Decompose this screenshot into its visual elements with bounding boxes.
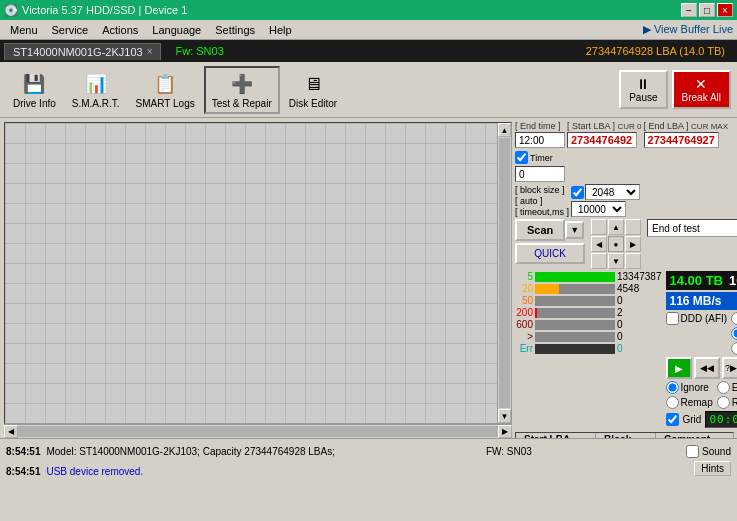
refresh-radio[interactable] [717, 396, 730, 409]
scan-dropdown-button[interactable]: ▼ [565, 221, 584, 239]
pause-label: Pause [629, 92, 657, 103]
ddd-checkbox[interactable] [666, 312, 679, 325]
verify-row: Verify [731, 312, 737, 325]
drive-info-button[interactable]: 💾 Drive Info [6, 66, 63, 114]
dir-e[interactable]: ▶ [625, 236, 641, 252]
scroll-down-button[interactable]: ▼ [498, 409, 511, 423]
maximize-button[interactable]: □ [699, 3, 715, 17]
write-row: Write [731, 342, 737, 355]
timer-display: 00:00:00 [705, 411, 737, 428]
stat-val-600: 0 [617, 319, 623, 330]
end-of-test-select[interactable]: End of test [647, 219, 737, 237]
view-buffer-button[interactable]: ▶ View Buffer Live [643, 23, 733, 36]
dir-n[interactable]: ▲ [608, 219, 624, 235]
sound-checkbox[interactable] [686, 445, 699, 458]
stat-fill-200 [535, 308, 537, 318]
menu-actions[interactable]: Actions [96, 22, 144, 38]
menu-language[interactable]: Language [146, 22, 207, 38]
dir-se[interactable] [625, 253, 641, 269]
end-time-section: [ End time ] Timer [515, 121, 565, 182]
status-fw [341, 446, 480, 457]
timer-checkbox[interactable] [515, 151, 528, 164]
skip-button[interactable]: ?▶◀ [722, 357, 738, 379]
scroll-left-button[interactable]: ◀ [4, 425, 18, 438]
ctrl-buttons-row: ▶ ◀◀ ?▶◀ ▶▶| [666, 357, 738, 379]
end-lba-label: [ End LBA ] CUR MAX [644, 121, 728, 131]
tab-close-button[interactable]: × [147, 46, 153, 57]
dir-nw[interactable] [591, 219, 607, 235]
minimize-button[interactable]: − [681, 3, 697, 17]
fw-label: Fw: SN03 [175, 45, 223, 57]
scan-quick-col: Scan ▼ QUICK [515, 219, 585, 264]
graph-scrollbar-v[interactable]: ▲ ▼ [497, 123, 511, 423]
menu-settings[interactable]: Settings [209, 22, 261, 38]
smart-button[interactable]: 📊 S.M.A.R.T. [65, 66, 127, 114]
vrw-col: Verify Read Write [731, 312, 737, 355]
stat-bar-err [535, 344, 615, 354]
ignore-radio[interactable] [666, 381, 679, 394]
ddd-label: DDD (AFI) [681, 313, 728, 324]
stat-fill-20 [535, 284, 559, 294]
grid-checkbox[interactable] [666, 413, 679, 426]
block-auto-checkbox[interactable] [571, 186, 584, 199]
close-button[interactable]: × [717, 3, 733, 17]
dir-sw[interactable] [591, 253, 607, 269]
statusbar-right: Sound Hints [686, 441, 731, 480]
dir-w[interactable]: ◀ [591, 236, 607, 252]
smart-logs-button[interactable]: 📋 SMART Logs [129, 66, 202, 114]
pause-button[interactable]: ⏸ Pause [619, 70, 667, 109]
scroll-right-button[interactable]: ▶ [498, 425, 512, 438]
disk-editor-icon: 🖥 [299, 70, 327, 98]
menu-service[interactable]: Service [46, 22, 95, 38]
disk-editor-button[interactable]: 🖥 Disk Editor [282, 66, 344, 114]
timer-input[interactable] [515, 166, 565, 182]
app-title: Victoria 5.37 HDD/SSD | Device 1 [22, 4, 187, 16]
speed-options-col: 14.00 TB 100 % 116 MB/s DDD (AFI) [666, 271, 738, 428]
progress-bar: 14.00 TB 100 % [666, 271, 738, 290]
titlebar: 💽 Victoria 5.37 HDD/SSD | Device 1 − □ × [0, 0, 737, 20]
dir-s[interactable]: ▼ [608, 253, 624, 269]
quick-button[interactable]: QUICK [515, 243, 585, 264]
stat-num-20: 20 [515, 283, 533, 294]
rewind-button[interactable]: ◀◀ [694, 357, 720, 379]
start-lba-input[interactable]: 27344764927 [567, 132, 637, 148]
verify-radio[interactable] [731, 312, 737, 325]
refresh-row: Refresh [717, 396, 737, 409]
ddd-row: DDD (AFI) [666, 312, 728, 325]
menu-menu[interactable]: Menu [4, 22, 44, 38]
stat-num-5: 5 [515, 271, 533, 282]
statusbar-left: 8:54:51 Model: ST14000NM001G-2KJ103; Cap… [6, 441, 686, 480]
stat-row-200: 200 2 [515, 307, 662, 318]
scan-button[interactable]: Scan [515, 219, 565, 241]
play-button[interactable]: ▶ [666, 357, 692, 379]
break-all-button[interactable]: ✕ Break All [672, 70, 731, 109]
stat-num-200: 200 [515, 307, 533, 318]
end-time-input[interactable] [515, 132, 565, 148]
stat-val-50: 0 [617, 295, 623, 306]
timeout-select[interactable]: 10000 [571, 201, 626, 217]
drive-info-label: Drive Info [13, 98, 56, 109]
lba-controls: [ End time ] Timer [ Start LBA ] CUR 0 2… [515, 121, 734, 182]
block-size-select[interactable]: 2048 [585, 184, 640, 200]
menu-help[interactable]: Help [263, 22, 298, 38]
stat-num-50: 50 [515, 295, 533, 306]
device-tab[interactable]: ST14000NM001G-2KJ103 × [4, 43, 161, 60]
test-repair-button[interactable]: ➕ Test & Repair [204, 66, 280, 114]
refresh-label: Refresh [732, 397, 737, 408]
write-radio[interactable] [731, 342, 737, 355]
read-radio[interactable] [731, 327, 737, 340]
scroll-up-button[interactable]: ▲ [498, 123, 511, 137]
auto-label: [ auto ] [515, 196, 569, 206]
read-write-options: DDD (AFI) Verify Read [666, 312, 738, 355]
graph-scrollbar-h[interactable]: ◀ ▶ [4, 424, 512, 438]
erase-radio[interactable] [717, 381, 730, 394]
remap-radio[interactable] [666, 396, 679, 409]
tb-label: 14.00 TB [670, 273, 723, 288]
dir-center[interactable]: ● [608, 236, 624, 252]
end-lba-input[interactable]: 27344764927 [644, 132, 719, 148]
th-start-lba: Start LBA [516, 433, 596, 438]
stat-row-50: 50 0 [515, 295, 662, 306]
start-lba-section: [ Start LBA ] CUR 0 27344764927 [567, 121, 642, 148]
hints-button[interactable]: Hints [694, 461, 731, 476]
dir-ne[interactable] [625, 219, 641, 235]
